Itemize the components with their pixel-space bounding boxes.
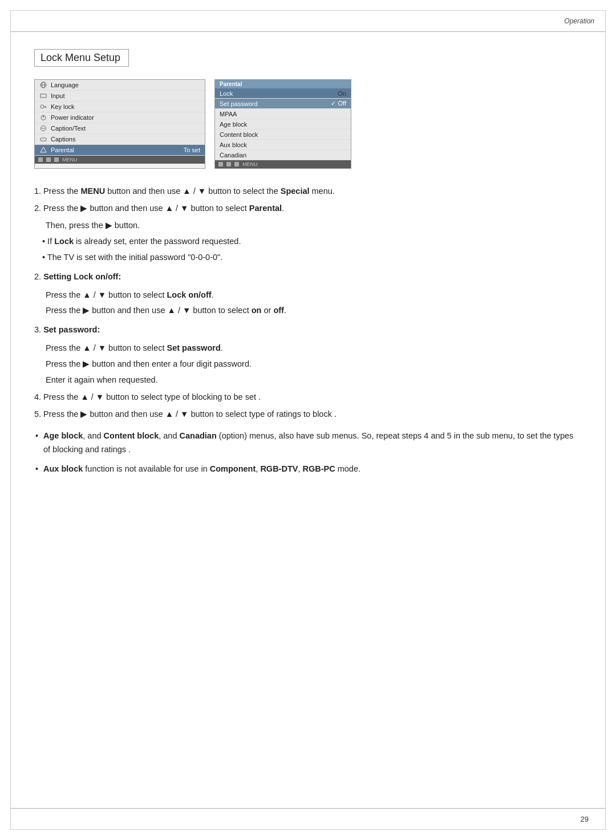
- parental-item-contentblock: Content block: [215, 129, 351, 140]
- page-number: 29: [581, 815, 589, 823]
- note1: Age block, and Content block, and Canadi…: [34, 429, 582, 457]
- parental-item-mpaa: MPAA: [215, 109, 351, 119]
- off-word: off: [273, 306, 284, 315]
- lock-bold: Lock: [54, 237, 74, 246]
- svg-point-4: [40, 105, 44, 108]
- right-footer-icon1: [218, 162, 223, 167]
- captions-label: Captions: [51, 136, 200, 143]
- setpassword-label: Set password: [220, 100, 331, 107]
- step2-bullet2: The TV is set with the initial password …: [34, 251, 582, 265]
- parental-value: To set: [184, 147, 200, 153]
- footer-icon2: [46, 157, 51, 162]
- content-area: Lock Menu Setup Language Input: [34, 32, 582, 808]
- globe-icon: [39, 81, 47, 89]
- aux-block-word: Aux block: [43, 464, 83, 473]
- rgb-pc-word: RGB-PC: [303, 464, 335, 473]
- step2-line2: Then, press the ▶ button.: [34, 219, 582, 233]
- parental-header: Parental: [215, 80, 351, 88]
- mpaa-label: MPAA: [220, 111, 346, 117]
- footer-icon1: [38, 157, 43, 162]
- lock-onoff-word: Lock on/off: [167, 290, 211, 299]
- parental-item-ageblock: Age block: [215, 119, 351, 129]
- lock-value: On: [338, 90, 346, 97]
- footer-menu-label: MENU: [62, 157, 78, 163]
- ageblock-label: Age block: [220, 121, 346, 128]
- menu-item-caption: Caption/Text: [35, 123, 205, 134]
- step3-line2: Press the ▶ button and then enter a four…: [34, 358, 582, 371]
- age-block-word: Age block: [43, 431, 83, 440]
- right-menu-footer: MENU: [215, 160, 351, 168]
- menu-item-power: Power indicator: [35, 112, 205, 123]
- set-password-word: Set password: [167, 343, 220, 352]
- lock-label: Lock: [220, 90, 338, 97]
- parental-item-auxblock: Aux block: [215, 140, 351, 150]
- setting-lock-label: Setting Lock on/off:: [43, 272, 121, 281]
- step4: 4. Press the ▲ / ▼ button to select type…: [34, 391, 582, 404]
- key-icon: [39, 103, 47, 111]
- step2b-line2: Press the ▶ button and then use ▲ / ▼ bu…: [34, 304, 582, 318]
- menu-item-keylock: Key lock: [35, 102, 205, 112]
- note2: Aux block function is not available for …: [34, 462, 582, 476]
- parental-word: Parental: [249, 204, 282, 213]
- right-footer-icon3: [234, 162, 239, 167]
- section-title: Lock Menu Setup: [34, 49, 129, 67]
- parental-item-canadian: Canadian: [215, 150, 351, 160]
- canadian-word: Canadian: [180, 431, 217, 440]
- content-block-word: Content block: [104, 431, 159, 440]
- svg-rect-12: [40, 138, 46, 141]
- footer: 29: [10, 808, 606, 830]
- auxblock-label: Aux block: [220, 141, 346, 148]
- parental-panel: Parental Lock On Set password ✓ Off MPAA…: [214, 79, 351, 169]
- input-icon: [39, 92, 47, 100]
- menu-item-captions: Captions: [35, 134, 205, 145]
- rgb-dtv-word: RGB-DTV: [260, 464, 298, 473]
- right-footer-menu-label: MENU: [242, 161, 258, 167]
- step2b-label: 2. Setting Lock on/off:: [34, 270, 582, 284]
- component-word: Component: [210, 464, 256, 473]
- captions-icon: [39, 135, 47, 143]
- step1: 1. Press the MENU button and then use ▲ …: [34, 185, 582, 198]
- special-word: Special: [281, 186, 310, 196]
- caption-icon: [39, 124, 47, 132]
- set-password-label: Set password:: [43, 325, 100, 334]
- step3-label: 3. Set password:: [34, 323, 582, 337]
- contentblock-label: Content block: [220, 131, 346, 138]
- on-word: on: [252, 306, 262, 315]
- header: Operation: [10, 10, 606, 32]
- caption-text-label: Caption/Text: [51, 125, 200, 132]
- language-label: Language: [51, 82, 200, 88]
- menu-screenshots: Language Input Key lock: [34, 79, 582, 169]
- input-label: Input: [51, 92, 200, 99]
- keylock-label: Key lock: [51, 103, 200, 110]
- power-label: Power indicator: [51, 114, 200, 121]
- header-label: Operation: [564, 17, 594, 25]
- footer-icon3: [54, 157, 59, 162]
- parental-item-lock: Lock On: [215, 88, 351, 99]
- step2-line1: 2. Press the ▶ button and then use ▲ / ▼…: [34, 202, 582, 216]
- parental-item-setpassword: Set password ✓ Off: [215, 99, 351, 109]
- step2b-line1: Press the ▲ / ▼ button to select Lock on…: [34, 289, 582, 302]
- step2-bullet1: If Lock is already set, enter the passwo…: [34, 235, 582, 249]
- right-footer-icon2: [226, 162, 231, 167]
- setpassword-value: ✓ Off: [331, 100, 346, 107]
- left-menu-panel: Language Input Key lock: [34, 79, 205, 169]
- step3-line3: Enter it again when requested.: [34, 374, 582, 387]
- power-icon: [39, 113, 47, 121]
- svg-rect-3: [40, 94, 46, 98]
- step3-line1: Press the ▲ / ▼ button to select Set pas…: [34, 342, 582, 355]
- menu-item-parental: Parental To set: [35, 145, 205, 156]
- step5: 5. Press the ▶ button and then use ▲ / ▼…: [34, 408, 582, 421]
- parental-label: Parental: [51, 147, 179, 153]
- menu-item-input: Input: [35, 91, 205, 102]
- parental-icon: [39, 146, 47, 154]
- instructions: 1. Press the MENU button and then use ▲ …: [34, 185, 582, 476]
- menu-word: MENU: [80, 186, 105, 196]
- menu-item-language: Language: [35, 80, 205, 91]
- left-menu-footer: MENU: [35, 156, 205, 164]
- canadian-label: Canadian: [220, 152, 346, 159]
